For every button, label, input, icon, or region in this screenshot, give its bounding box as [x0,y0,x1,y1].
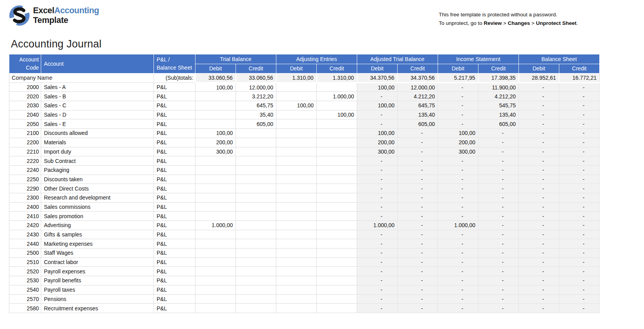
cell-value[interactable] [236,156,276,166]
cell-pnl-type[interactable]: P&L [154,82,195,92]
cell-account-name[interactable]: Materials [41,138,154,147]
cell-value[interactable] [195,294,236,304]
cell-pnl-type[interactable]: P&L [154,101,195,110]
cell-account-code[interactable]: 2100 [9,129,41,138]
cell-value[interactable]: 35,40 [236,110,276,119]
cell-value[interactable]: 200,00 [195,138,236,147]
cell-account-code[interactable]: 2300 [9,193,41,202]
cell-account-name[interactable]: Packaging [41,165,154,175]
cell-account-name[interactable]: Sales - C [41,101,154,110]
cell-value[interactable] [236,267,276,276]
cell-value[interactable] [276,92,317,101]
cell-account-code[interactable]: 2050 [9,119,41,129]
cell-pnl-type[interactable]: P&L [154,119,195,129]
cell-value[interactable] [195,212,236,221]
cell-value[interactable] [276,257,317,267]
cell-account-name[interactable]: Other Direct Costs [41,184,154,193]
cell-pnl-type[interactable]: P&L [154,285,195,294]
cell-value[interactable] [236,202,276,212]
cell-value[interactable] [317,175,357,184]
cell-pnl-type[interactable]: P&L [154,294,195,304]
cell-account-name[interactable]: Pensions [41,294,154,304]
cell-pnl-type[interactable]: P&L [154,184,195,193]
cell-value[interactable]: 1.000,00 [317,92,357,101]
cell-account-name[interactable]: Discounts allowed [41,129,154,138]
cell-account-name[interactable]: Marketing expenses [41,239,154,248]
cell-account-name[interactable]: Staff Wages [41,248,154,258]
cell-value[interactable] [195,165,236,175]
cell-pnl-type[interactable]: P&L [154,304,195,313]
cell-value[interactable] [317,184,357,193]
cell-value[interactable] [195,304,236,313]
cell-value[interactable] [236,184,276,193]
cell-value[interactable] [276,184,317,193]
cell-pnl-type[interactable]: P&L [154,221,195,230]
cell-value[interactable] [317,304,357,313]
cell-value[interactable]: 100,00 [317,110,357,119]
cell-value[interactable]: 100,00 [276,101,317,110]
cell-pnl-type[interactable]: P&L [154,156,195,166]
cell-account-name[interactable]: Advertising [41,221,154,230]
cell-value[interactable] [236,138,276,147]
cell-account-name[interactable]: Payroll expenses [41,267,154,276]
cell-value[interactable] [236,230,276,239]
cell-value[interactable] [195,239,236,248]
company-name-cell[interactable]: Company Name [9,74,154,83]
cell-value[interactable] [276,221,317,230]
cell-value[interactable] [236,257,276,267]
cell-value[interactable] [195,202,236,212]
cell-account-code[interactable]: 2580 [9,304,41,313]
cell-value[interactable] [195,285,236,294]
cell-account-code[interactable]: 2570 [9,294,41,304]
cell-value[interactable] [276,147,317,156]
cell-value[interactable] [317,156,357,166]
cell-value[interactable] [195,119,236,129]
cell-account-code[interactable]: 2540 [9,285,41,294]
cell-value[interactable] [317,202,357,212]
cell-value[interactable] [317,230,357,239]
cell-value[interactable] [317,248,357,258]
cell-value[interactable] [236,147,276,156]
cell-value[interactable] [317,267,357,276]
cell-value[interactable] [317,119,357,129]
cell-value[interactable] [195,248,236,258]
cell-pnl-type[interactable]: P&L [154,257,195,267]
cell-pnl-type[interactable]: P&L [154,267,195,276]
cell-pnl-type[interactable]: P&L [154,202,195,212]
cell-value[interactable]: 3.212,20 [236,92,276,101]
cell-account-name[interactable]: Sales - B [41,92,154,101]
cell-value[interactable] [317,285,357,294]
cell-account-name[interactable]: Payroll taxes [41,285,154,294]
cell-account-name[interactable]: Recruitment expenses [41,304,154,313]
cell-value[interactable] [236,175,276,184]
cell-value[interactable] [236,212,276,221]
cell-value[interactable] [276,212,317,221]
cell-value[interactable] [236,129,276,138]
cell-value[interactable] [276,156,317,166]
cell-value[interactable] [236,248,276,258]
cell-value[interactable] [195,230,236,239]
cell-account-name[interactable]: Sales - D [41,110,154,119]
cell-value[interactable] [236,276,276,285]
cell-value[interactable]: 1.000,00 [195,221,236,230]
cell-value[interactable] [195,193,236,202]
cell-account-code[interactable]: 2500 [9,248,41,258]
cell-account-name[interactable]: Payroll benefits [41,276,154,285]
cell-value[interactable] [276,110,317,119]
cell-value[interactable] [195,257,236,267]
cell-account-code[interactable]: 2420 [9,221,41,230]
cell-account-name[interactable]: Research and development [41,193,154,202]
cell-value[interactable] [236,193,276,202]
cell-pnl-type[interactable]: P&L [154,147,195,156]
cell-account-name[interactable]: Sales commissions [41,202,154,212]
cell-account-name[interactable]: Discounts taken [41,175,154,184]
cell-value[interactable] [236,239,276,248]
cell-pnl-type[interactable]: P&L [154,230,195,239]
cell-value[interactable] [195,92,236,101]
cell-value[interactable] [276,267,317,276]
cell-account-code[interactable]: 2220 [9,156,41,166]
cell-value[interactable] [317,212,357,221]
cell-value[interactable] [276,165,317,175]
cell-value[interactable]: 100,00 [195,129,236,138]
cell-account-name[interactable]: Import duty [41,147,154,156]
